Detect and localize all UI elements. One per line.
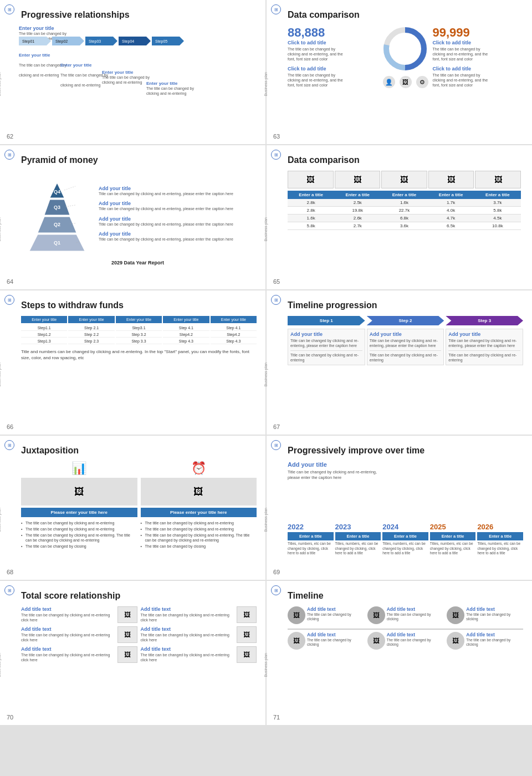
panel-66: ⊞ Steps to withdraw funds Enter your tit… (0, 290, 265, 435)
dc-left-col: 88,888 Click to add title The title can … (288, 25, 378, 88)
svg-line-11 (64, 186, 75, 190)
hr-2 (370, 350, 442, 351)
panel-number-63: 63 (273, 133, 280, 140)
dc-th-3[interactable]: Enter a title (381, 191, 427, 199)
panel-number-70: 70 (7, 714, 13, 721)
icon-user: 👤 (383, 76, 395, 88)
biz-label-70: Business plan (0, 653, 1, 677)
tp-body: Add your title Title can be changed by c… (288, 329, 523, 365)
panel-64: ⊞ Pyramid of money Q1 Q2 Q3 Q4 (0, 145, 265, 289)
tsr-item-5: Add title text The title can be changed … (21, 646, 137, 663)
svg-text:Q4: Q4 (54, 189, 60, 195)
enter-title-2022[interactable]: Enter a title (288, 532, 334, 540)
panel-63-title: Data comparison (288, 10, 523, 20)
tsr-item-2: Add title text The title can be changed … (141, 606, 257, 623)
prog-title-1[interactable]: Enter your title (19, 25, 66, 31)
dc-img-3: 🖼 (381, 171, 427, 188)
dc-click-desc-2: The title can be changed by clicking and… (288, 73, 349, 88)
tsr-img-2: 🖼 (237, 606, 257, 623)
tl-circle-1: 🖼 (288, 606, 305, 624)
pyramid-svg: Q1 Q2 Q3 Q4 (21, 171, 93, 257)
biz-label-68: Business plan (0, 508, 1, 532)
panel-65: ⊞ Data comparison 🖼 🖼 🖼 🖼 🖼 Enter a titl… (267, 145, 532, 289)
icon-image: 🖼 (400, 76, 412, 88)
dc-img-1: 🖼 (288, 171, 334, 188)
dc-click-title-3[interactable]: Click to add title (433, 40, 524, 45)
panel-69-icon: ⊞ (271, 440, 281, 450)
tsr-img-6: 🖼 (237, 646, 257, 663)
dc-click-desc-1: The title can be changed by clicking and… (288, 47, 349, 62)
juxta-list-left: The title can be changed by clicking and… (21, 520, 137, 550)
step-btn-4[interactable]: Enter your title (163, 316, 209, 323)
panel-62-title: Progressive relationships (21, 10, 257, 20)
timeline-prog: Step 1 Step 2 Step 3 Add your title Titl… (288, 316, 523, 365)
panel-66-icon: ⊞ (4, 295, 14, 305)
step-btn-1[interactable]: Enter your title (21, 316, 67, 323)
pyr-item-3: Add your title Title can be changed by c… (99, 216, 257, 227)
dc-click-title-2[interactable]: Click to add title (288, 66, 378, 72)
tp-col-2: Add your title Title can be changed by c… (367, 329, 444, 365)
panel-number-66: 66 (7, 423, 13, 430)
pi-main-title[interactable]: Add your title (288, 461, 523, 468)
dc-data-table: Enter a title Enter a title Enter a titl… (288, 191, 521, 230)
panel-69-title: Progressively improve over time (288, 446, 523, 456)
panel-number-65: 65 (273, 278, 280, 285)
dc-img-2: 🖼 (335, 171, 381, 188)
hr-1 (290, 350, 362, 351)
tl-circle-2: 🖼 (367, 606, 385, 624)
panel-70: ⊞ Total score relationship Add title tex… (0, 581, 265, 725)
panel-number-68: 68 (7, 569, 13, 575)
tsr-item-1: Add title text The title can be changed … (21, 606, 137, 623)
desc-2024: Titles, numbers, etc can be changed by c… (382, 542, 428, 555)
tl-circle-bot-2: 🖼 (367, 632, 385, 650)
tsr-img-1: 🖼 (117, 606, 137, 623)
biz-label-65: Business plan (264, 217, 268, 242)
tl-circle-bot-1: 🖼 (288, 632, 305, 650)
tl-item-top-3: 🖼 Add title text The title can be change… (447, 606, 523, 624)
panel-67-title: Timeline progression (288, 300, 523, 310)
step-btn-2[interactable]: Enter your title (68, 316, 114, 323)
year-2026: 2026 (477, 523, 523, 531)
dc-th-1[interactable]: Enter a title (288, 191, 334, 199)
enter-title-2024[interactable]: Enter a title (382, 532, 428, 540)
juxta-bar-left[interactable]: Please enter your title here (21, 508, 137, 517)
panel-number-67: 67 (273, 423, 280, 430)
biz-label-63: Business plan (264, 72, 268, 96)
pyr-item-4: Add your title Title can be changed by c… (99, 231, 257, 242)
dc-right-col: 99,999 Click to add title The title can … (433, 25, 524, 88)
tp-step-2: Step 2 (367, 316, 444, 325)
dc-click-title-4[interactable]: Click to add title (433, 66, 524, 72)
year-2024: 2024 (382, 523, 428, 531)
dc-th-5[interactable]: Enter a title (474, 191, 521, 199)
tl-circle-3: 🖼 (447, 606, 464, 624)
tsr-item-3: Add title text The title can be changed … (21, 626, 137, 643)
panel-65-title: Data comparison (288, 155, 523, 165)
dc-click-title-1[interactable]: Click to add title (288, 40, 378, 45)
tsr-img-4: 🖼 (237, 626, 257, 643)
juxta-bar-right[interactable]: Please enter your title here (141, 508, 257, 517)
panel-68-icon: ⊞ (4, 440, 14, 450)
panel-66-title: Steps to withdraw funds (21, 300, 257, 310)
tp-col-1: Add your title Title can be changed by c… (288, 329, 365, 365)
dc-th-2[interactable]: Enter a title (334, 191, 381, 199)
pyr-item-1: Add your title Title can be changed by c… (99, 186, 257, 196)
enter-title-2023[interactable]: Enter a title (335, 532, 381, 540)
tsr-item-6: Add title text The title can be changed … (141, 646, 257, 663)
year-2022: 2022 (288, 523, 334, 531)
dc-th-4[interactable]: Enter a title (428, 191, 474, 199)
desc-2026: Titles, numbers, etc can be changed by c… (477, 542, 523, 555)
panel-71-title: Timeline (288, 591, 523, 601)
step-btn-3[interactable]: Enter your title (116, 316, 162, 323)
step-col-3: Step3.1 Step 3.2 Step 3.3 (116, 325, 162, 344)
step-btn-5[interactable]: Enter your title (211, 316, 257, 323)
pi-main-desc: Title can be changed by clicking and re-… (288, 469, 387, 481)
panel-number-64: 64 (7, 278, 13, 285)
table-row: 5.8k2.7k3.6k6.5k10.8k (288, 222, 521, 230)
biz-label-71: Business plan (264, 653, 268, 677)
pyramid-labels: Add your title Title can be changed by c… (99, 171, 257, 257)
enter-title-2026[interactable]: Enter a title (477, 532, 523, 540)
juxta-icon-left: 📊 (71, 461, 86, 476)
enter-title-2025[interactable]: Enter a title (430, 532, 476, 540)
biz-label-64: Business plan (0, 217, 1, 242)
hr-3 (448, 350, 520, 351)
